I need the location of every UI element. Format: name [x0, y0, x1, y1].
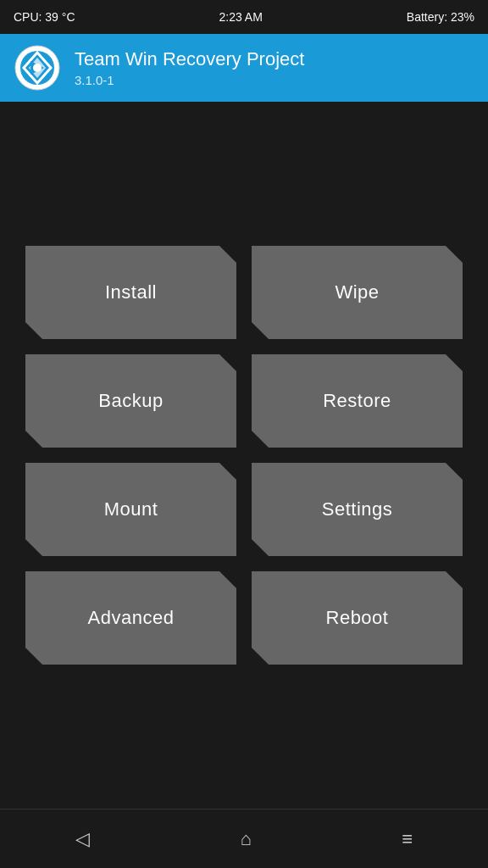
button-row-2: Backup Restore: [25, 354, 463, 448]
status-bar: CPU: 39 °C 2:23 AM Battery: 23%: [0, 0, 488, 34]
settings-button[interactable]: Settings: [252, 463, 463, 556]
home-button[interactable]: ⌂: [214, 821, 276, 857]
twrp-logo: [14, 44, 61, 92]
header-text: Team Win Recovery Project 3.1.0-1: [75, 48, 304, 86]
mount-button[interactable]: Mount: [25, 463, 236, 556]
back-button[interactable]: ◁: [50, 821, 115, 857]
home-icon: ⌂: [240, 830, 251, 849]
install-button[interactable]: Install: [25, 246, 236, 339]
nav-bar: ◁ ⌂ ≡: [0, 809, 488, 868]
battery-status: Battery: 23%: [407, 10, 474, 24]
app-version: 3.1.0-1: [75, 73, 304, 87]
button-row-3: Mount Settings: [25, 463, 463, 556]
reboot-button[interactable]: Reboot: [252, 571, 463, 665]
wipe-button[interactable]: Wipe: [252, 246, 463, 339]
back-icon: ◁: [75, 830, 90, 849]
menu-icon: ≡: [402, 830, 413, 849]
backup-button[interactable]: Backup: [25, 354, 236, 448]
cpu-status: CPU: 39 °C: [14, 10, 75, 24]
button-row-1: Install Wipe: [25, 246, 463, 339]
svg-point-2: [33, 64, 42, 72]
menu-button[interactable]: ≡: [376, 821, 438, 857]
time-display: 2:23 AM: [219, 10, 262, 24]
button-row-4: Advanced Reboot: [25, 571, 463, 665]
restore-button[interactable]: Restore: [252, 354, 463, 448]
advanced-button[interactable]: Advanced: [25, 571, 236, 665]
app-header: Team Win Recovery Project 3.1.0-1: [0, 34, 488, 102]
main-content: Install Wipe Backup Restore Mount Settin…: [0, 102, 488, 809]
app-title: Team Win Recovery Project: [75, 48, 304, 70]
